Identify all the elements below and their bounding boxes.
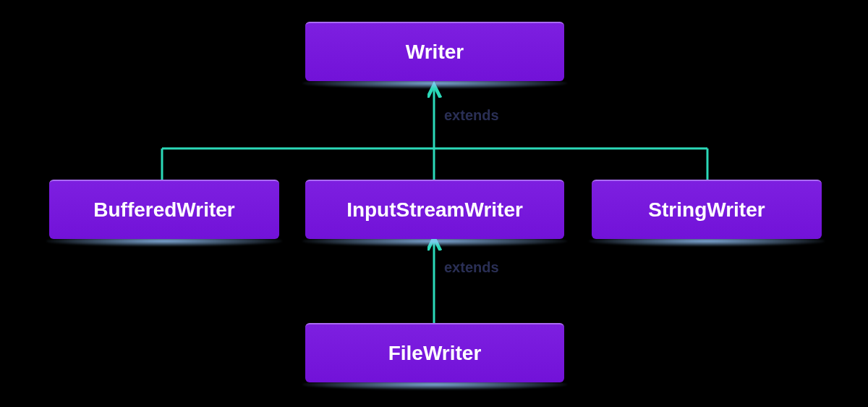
node-writer: Writer — [305, 22, 564, 81]
node-bufferedwriter: BufferedWriter — [49, 180, 279, 239]
node-filewriter-label: FileWriter — [388, 342, 482, 365]
node-stringwriter-label: StringWriter — [648, 198, 765, 222]
node-bufferedwriter-label: BufferedWriter — [93, 198, 235, 222]
node-inputstreamwriter: InputStreamWriter — [305, 180, 564, 239]
node-stringwriter: StringWriter — [592, 180, 822, 239]
class-hierarchy-diagram: extends extends Writer BufferedWriter In… — [0, 0, 868, 407]
node-filewriter: FileWriter — [305, 323, 564, 382]
node-writer-label: Writer — [406, 41, 464, 64]
extends-label-top: extends — [444, 107, 499, 124]
node-inputstreamwriter-label: InputStreamWriter — [346, 198, 523, 222]
extends-label-bottom: extends — [444, 259, 499, 276]
